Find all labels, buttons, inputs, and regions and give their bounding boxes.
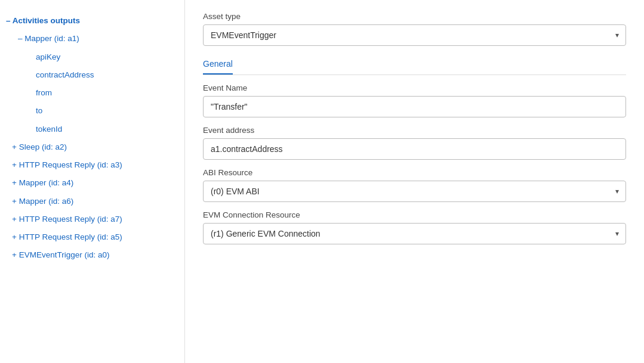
abi-resource-label: ABI Resource: [203, 168, 626, 177]
event-name-label: Event Name: [203, 83, 626, 92]
sidebar-item-http-a5[interactable]: + HTTP Request Reply (id: a5): [0, 228, 184, 246]
sidebar-item-mapper-a4[interactable]: + Mapper (id: a4): [0, 174, 184, 192]
event-address-input[interactable]: [203, 138, 626, 160]
asset-type-select[interactable]: EVMEventTrigger: [203, 24, 626, 46]
abi-resource-select[interactable]: (r0) EVM ABI: [203, 181, 626, 202]
sidebar-root[interactable]: – Activities outputs: [0, 12, 184, 30]
evm-connection-select-wrapper: (r1) Generic EVM Connection ▾: [203, 223, 626, 244]
sidebar-item-contractaddress[interactable]: contractAddress: [0, 66, 184, 84]
event-name-input[interactable]: [203, 96, 626, 117]
sidebar-item-mapper-a6[interactable]: + Mapper (id: a6): [0, 193, 184, 210]
main-panel: Asset type EVMEventTrigger ▾ General Eve…: [185, 0, 644, 363]
sidebar: – Activities outputs – Mapper (id: a1) a…: [0, 0, 185, 363]
sidebar-item-apikey[interactable]: apiKey: [0, 48, 184, 66]
asset-type-select-wrapper: EVMEventTrigger ▾: [203, 24, 626, 46]
sidebar-item-http-a7[interactable]: + HTTP Request Reply (id: a7): [0, 210, 184, 228]
tabs-bar: General: [203, 54, 626, 75]
abi-resource-select-wrapper: (r0) EVM ABI ▾: [203, 181, 626, 202]
sidebar-item-evm-a0[interactable]: + EVMEventTrigger (id: a0): [0, 246, 184, 264]
sidebar-item-tokenid[interactable]: tokenId: [0, 120, 184, 138]
sidebar-item-to[interactable]: to: [0, 102, 184, 120]
sidebar-item-sleep-a2[interactable]: + Sleep (id: a2): [0, 138, 184, 156]
sidebar-item-from[interactable]: from: [0, 84, 184, 102]
evm-connection-select[interactable]: (r1) Generic EVM Connection: [203, 223, 626, 244]
event-address-label: Event address: [203, 126, 626, 135]
tab-general[interactable]: General: [203, 54, 233, 75]
asset-type-label: Asset type: [203, 12, 626, 21]
sidebar-item-http-a3[interactable]: + HTTP Request Reply (id: a3): [0, 156, 184, 174]
sidebar-item-mapper-a1[interactable]: – Mapper (id: a1): [0, 30, 184, 48]
evm-connection-label: EVM Connection Resource: [203, 210, 626, 219]
